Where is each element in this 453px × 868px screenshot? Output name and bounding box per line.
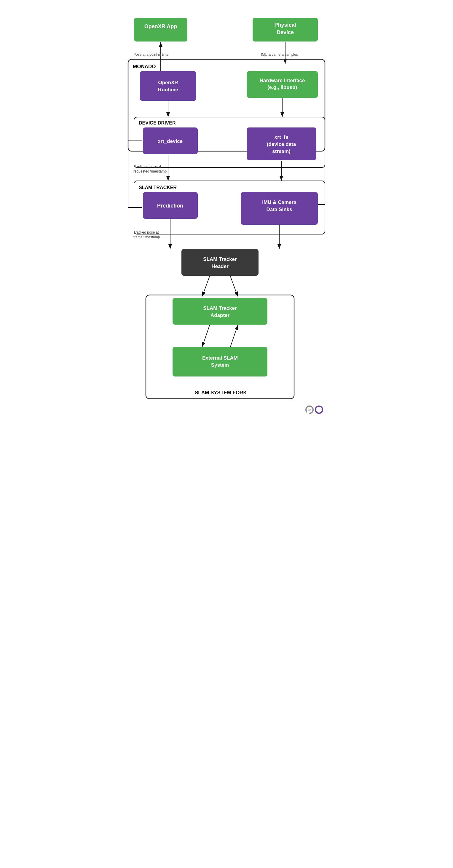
xrt-device-label: xrt_device [158, 138, 183, 144]
header-to-adapter-left-arrow [202, 276, 210, 297]
device-driver-label: DEVICE DRIVER [139, 120, 176, 125]
hw-iface-label-2: (e.g., libusb) [267, 85, 297, 90]
diagram-container: OpenXR App Physical Device Pose at a poi… [113, 6, 340, 434]
predicted-pose-label-2: requested timestamp [133, 169, 167, 174]
header-to-adapter-right-arrow [230, 276, 238, 297]
monado-label: MONADO [133, 64, 156, 69]
tracked-pose-label-2: frame timestamp [133, 235, 160, 239]
slam-adapter-label-2: Adapter [211, 312, 230, 318]
pose-label-1: Pose at a point in time [133, 53, 169, 57]
slam-tracker-header-box [181, 249, 259, 276]
logo: > [306, 406, 323, 413]
slam-adapter-label-1: SLAM Tracker [203, 305, 237, 311]
external-slam-label-2: System [211, 362, 229, 368]
prediction-label: Prediction [157, 203, 183, 209]
xrt-fs-label-3: stream) [272, 149, 290, 154]
physical-device-label-2: Device [277, 29, 294, 35]
slam-tracker-label: SLAM TRACKER [139, 185, 177, 190]
imu-label: IMU & camera samples [261, 53, 298, 57]
adapter-to-slam-right-arrow [230, 325, 238, 347]
slam-tracker-adapter-box [173, 298, 267, 324]
xrt-fs-label-2: (device data [267, 142, 296, 147]
openxr-runtime-box [140, 71, 196, 101]
openxr-runtime-label-2: Runtime [158, 87, 178, 92]
predicted-pose-label-1: Predicted pose at [133, 164, 161, 169]
svg-text:>: > [308, 407, 311, 412]
adapter-to-slam-left-arrow [202, 325, 210, 347]
slam-system-fork-label: SLAM SYSTEM FORK [195, 390, 247, 396]
external-slam-box [173, 347, 267, 376]
openxr-app-label: OpenXR App [144, 24, 177, 29]
external-slam-label-1: External SLAM [202, 355, 238, 361]
tracked-pose-label-1: Tracked pose at [133, 230, 159, 235]
slam-tracker-header-label-2: Header [211, 264, 229, 269]
openxr-runtime-label-1: OpenXR [158, 80, 178, 85]
svg-point-3 [315, 406, 323, 413]
openxr-app-box [134, 18, 187, 41]
hw-iface-label-1: Hardware Interface [260, 78, 305, 83]
imu-sinks-label-1: IMU & Camera [262, 199, 297, 205]
physical-device-label-1: Physical [274, 22, 296, 28]
imu-sinks-label-2: Data Sinks [267, 207, 292, 212]
xrt-fs-label-1: xrt_fs [274, 134, 288, 140]
slam-tracker-header-label-1: SLAM Tracker [203, 256, 237, 262]
